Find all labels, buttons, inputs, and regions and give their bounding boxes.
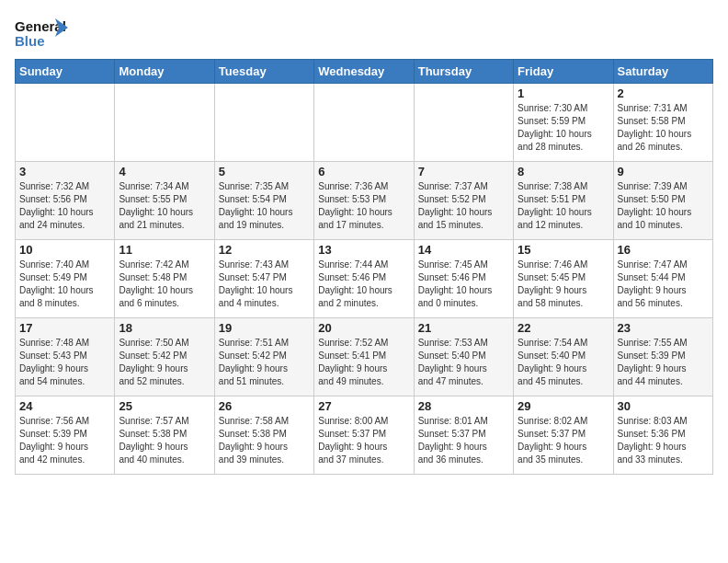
- day-number: 27: [318, 399, 409, 413]
- day-cell: 28Sunrise: 8:01 AM Sunset: 5:37 PM Dayli…: [414, 396, 513, 475]
- day-cell: 13Sunrise: 7:44 AM Sunset: 5:46 PM Dayli…: [314, 240, 414, 318]
- day-number: 21: [418, 321, 509, 335]
- day-number: 24: [19, 399, 110, 413]
- day-cell: [414, 84, 513, 162]
- day-cell: 3Sunrise: 7:32 AM Sunset: 5:56 PM Daylig…: [16, 162, 115, 240]
- day-cell: 22Sunrise: 7:54 AM Sunset: 5:40 PM Dayli…: [514, 318, 613, 396]
- day-cell: 8Sunrise: 7:38 AM Sunset: 5:51 PM Daylig…: [514, 162, 613, 240]
- day-number: 13: [318, 243, 409, 257]
- day-number: 29: [518, 399, 609, 413]
- day-info: Sunrise: 7:53 AM Sunset: 5:40 PM Dayligh…: [418, 337, 509, 388]
- day-cell: 26Sunrise: 7:58 AM Sunset: 5:38 PM Dayli…: [214, 396, 313, 475]
- day-cell: 7Sunrise: 7:37 AM Sunset: 5:52 PM Daylig…: [414, 162, 513, 240]
- day-info: Sunrise: 7:48 AM Sunset: 5:43 PM Dayligh…: [19, 337, 110, 388]
- day-number: 30: [618, 399, 709, 413]
- day-info: Sunrise: 7:47 AM Sunset: 5:44 PM Dayligh…: [618, 259, 709, 310]
- day-cell: 25Sunrise: 7:57 AM Sunset: 5:38 PM Dayli…: [115, 396, 214, 475]
- day-cell: 27Sunrise: 8:00 AM Sunset: 5:37 PM Dayli…: [314, 396, 414, 475]
- week-row-4: 17Sunrise: 7:48 AM Sunset: 5:43 PM Dayli…: [16, 318, 713, 396]
- day-cell: 12Sunrise: 7:43 AM Sunset: 5:47 PM Dayli…: [214, 240, 313, 318]
- day-number: 8: [518, 165, 609, 178]
- day-info: Sunrise: 7:37 AM Sunset: 5:52 PM Dayligh…: [418, 180, 509, 232]
- header-cell-friday: Friday: [514, 60, 613, 84]
- day-cell: 1Sunrise: 7:30 AM Sunset: 5:59 PM Daylig…: [514, 84, 613, 162]
- day-info: Sunrise: 8:03 AM Sunset: 5:36 PM Dayligh…: [618, 415, 709, 466]
- day-info: Sunrise: 7:31 AM Sunset: 5:58 PM Dayligh…: [618, 102, 709, 154]
- day-info: Sunrise: 7:36 AM Sunset: 5:53 PM Dayligh…: [318, 180, 409, 232]
- day-number: 22: [518, 321, 609, 335]
- day-info: Sunrise: 7:39 AM Sunset: 5:50 PM Dayligh…: [618, 180, 709, 232]
- day-info: Sunrise: 7:43 AM Sunset: 5:47 PM Dayligh…: [219, 259, 310, 310]
- day-info: Sunrise: 7:54 AM Sunset: 5:40 PM Dayligh…: [518, 337, 609, 388]
- day-cell: 15Sunrise: 7:46 AM Sunset: 5:45 PM Dayli…: [514, 240, 613, 318]
- day-info: Sunrise: 7:42 AM Sunset: 5:48 PM Dayligh…: [119, 259, 210, 310]
- day-cell: 2Sunrise: 7:31 AM Sunset: 5:58 PM Daylig…: [613, 84, 712, 162]
- calendar-table: SundayMondayTuesdayWednesdayThursdayFrid…: [15, 59, 713, 475]
- day-info: Sunrise: 7:51 AM Sunset: 5:42 PM Dayligh…: [219, 337, 310, 388]
- day-cell: 4Sunrise: 7:34 AM Sunset: 5:55 PM Daylig…: [115, 162, 214, 240]
- day-number: 23: [618, 321, 709, 335]
- day-cell: [314, 84, 414, 162]
- day-number: 11: [119, 243, 210, 257]
- day-number: 4: [119, 165, 210, 178]
- day-cell: 29Sunrise: 8:02 AM Sunset: 5:37 PM Dayli…: [514, 396, 613, 475]
- day-info: Sunrise: 8:01 AM Sunset: 5:37 PM Dayligh…: [418, 415, 509, 466]
- day-number: 18: [119, 321, 210, 335]
- day-cell: 19Sunrise: 7:51 AM Sunset: 5:42 PM Dayli…: [214, 318, 313, 396]
- day-cell: [16, 84, 115, 162]
- day-number: 7: [418, 165, 509, 178]
- day-info: Sunrise: 7:58 AM Sunset: 5:38 PM Dayligh…: [219, 415, 310, 466]
- day-number: 17: [19, 321, 110, 335]
- day-info: Sunrise: 7:46 AM Sunset: 5:45 PM Dayligh…: [518, 259, 609, 310]
- day-cell: 6Sunrise: 7:36 AM Sunset: 5:53 PM Daylig…: [314, 162, 414, 240]
- day-number: 20: [318, 321, 409, 335]
- day-cell: 10Sunrise: 7:40 AM Sunset: 5:49 PM Dayli…: [16, 240, 115, 318]
- day-info: Sunrise: 7:38 AM Sunset: 5:51 PM Dayligh…: [518, 180, 609, 232]
- day-info: Sunrise: 7:34 AM Sunset: 5:55 PM Dayligh…: [119, 180, 210, 232]
- day-cell: 21Sunrise: 7:53 AM Sunset: 5:40 PM Dayli…: [414, 318, 513, 396]
- day-cell: [115, 84, 214, 162]
- day-number: 15: [518, 243, 609, 257]
- week-row-3: 10Sunrise: 7:40 AM Sunset: 5:49 PM Dayli…: [16, 240, 713, 318]
- day-info: Sunrise: 7:56 AM Sunset: 5:39 PM Dayligh…: [19, 415, 110, 466]
- day-info: Sunrise: 8:02 AM Sunset: 5:37 PM Dayligh…: [518, 415, 609, 466]
- header-cell-tuesday: Tuesday: [214, 60, 313, 84]
- day-number: 12: [219, 243, 310, 257]
- logo-svg: GeneralBlue: [15, 15, 70, 52]
- day-number: 16: [618, 243, 709, 257]
- day-info: Sunrise: 7:35 AM Sunset: 5:54 PM Dayligh…: [219, 180, 310, 232]
- day-info: Sunrise: 7:55 AM Sunset: 5:39 PM Dayligh…: [618, 337, 709, 388]
- day-info: Sunrise: 7:32 AM Sunset: 5:56 PM Dayligh…: [19, 180, 110, 232]
- day-cell: 17Sunrise: 7:48 AM Sunset: 5:43 PM Dayli…: [16, 318, 115, 396]
- week-row-5: 24Sunrise: 7:56 AM Sunset: 5:39 PM Dayli…: [16, 396, 713, 475]
- day-cell: 11Sunrise: 7:42 AM Sunset: 5:48 PM Dayli…: [115, 240, 214, 318]
- day-number: 28: [418, 399, 509, 413]
- day-cell: 18Sunrise: 7:50 AM Sunset: 5:42 PM Dayli…: [115, 318, 214, 396]
- header-cell-monday: Monday: [115, 60, 214, 84]
- header-cell-thursday: Thursday: [414, 60, 513, 84]
- day-cell: 16Sunrise: 7:47 AM Sunset: 5:44 PM Dayli…: [613, 240, 712, 318]
- day-number: 3: [19, 165, 110, 178]
- page-header: GeneralBlue: [15, 15, 713, 52]
- day-info: Sunrise: 7:44 AM Sunset: 5:46 PM Dayligh…: [318, 259, 409, 310]
- header-cell-wednesday: Wednesday: [314, 60, 414, 84]
- day-cell: 20Sunrise: 7:52 AM Sunset: 5:41 PM Dayli…: [314, 318, 414, 396]
- day-info: Sunrise: 7:50 AM Sunset: 5:42 PM Dayligh…: [119, 337, 210, 388]
- day-cell: 30Sunrise: 8:03 AM Sunset: 5:36 PM Dayli…: [613, 396, 712, 475]
- day-cell: 5Sunrise: 7:35 AM Sunset: 5:54 PM Daylig…: [214, 162, 313, 240]
- day-number: 9: [618, 165, 709, 178]
- svg-text:Blue: Blue: [15, 33, 45, 49]
- day-info: Sunrise: 7:30 AM Sunset: 5:59 PM Dayligh…: [518, 102, 609, 154]
- week-row-1: 1Sunrise: 7:30 AM Sunset: 5:59 PM Daylig…: [16, 84, 713, 162]
- day-cell: 23Sunrise: 7:55 AM Sunset: 5:39 PM Dayli…: [613, 318, 712, 396]
- day-cell: 9Sunrise: 7:39 AM Sunset: 5:50 PM Daylig…: [613, 162, 712, 240]
- day-number: 2: [618, 86, 709, 100]
- day-info: Sunrise: 7:52 AM Sunset: 5:41 PM Dayligh…: [318, 337, 409, 388]
- day-number: 14: [418, 243, 509, 257]
- day-number: 26: [219, 399, 310, 413]
- day-info: Sunrise: 7:45 AM Sunset: 5:46 PM Dayligh…: [418, 259, 509, 310]
- header-row: SundayMondayTuesdayWednesdayThursdayFrid…: [16, 60, 713, 84]
- day-number: 19: [219, 321, 310, 335]
- day-number: 25: [119, 399, 210, 413]
- day-info: Sunrise: 8:00 AM Sunset: 5:37 PM Dayligh…: [318, 415, 409, 466]
